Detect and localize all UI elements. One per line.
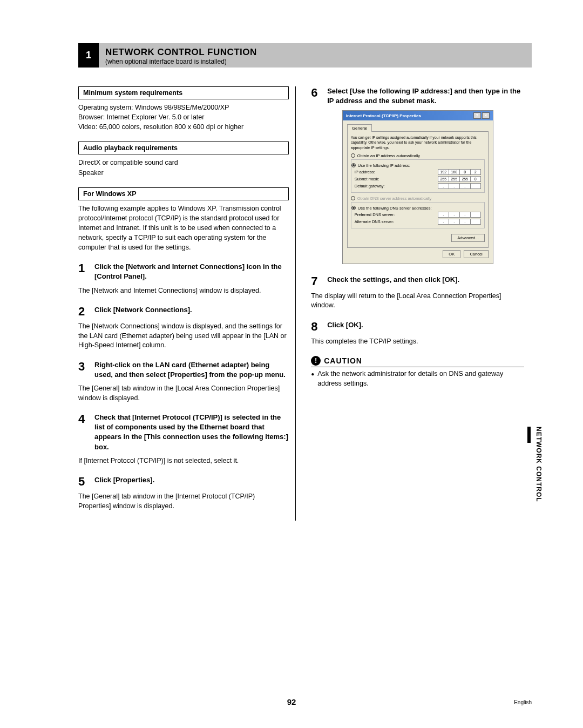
caution-icon: ! [311,356,321,366]
text-audio: DirectX or compatible sound card Speaker [78,158,289,177]
section-number: 1 [78,43,99,68]
step-7: 7 Check the settings, and then click [OK… [311,275,524,287]
step-5: 5 Click [Properties]. [78,475,289,488]
language-label: English [514,699,532,705]
gw-label: Default gateway: [355,184,385,188]
ok-button[interactable]: OK [443,250,460,258]
alt-dns-label: Alternate DNS server: [355,219,394,224]
caution-header: ! CAUTION [311,356,524,367]
cancel-button[interactable]: Cancel [464,250,488,258]
advanced-button[interactable]: Advanced... [451,234,485,242]
text-min-req: Operating system: Windows 98/98SE/Me/200… [78,103,289,132]
pref-dns-input[interactable]: ... [438,212,481,218]
heading-audio: Audio playback requirements [78,141,289,154]
dialog-description: You can get IP settings assigned automat… [351,135,485,150]
caution-body: ● Ask the network administrator for deta… [311,369,524,388]
tcpip-dialog: Internet Protocol (TCP/IP) Properties ? … [342,110,493,264]
radio-use-dns[interactable]: Use the following DNS server addresses: [351,206,481,211]
side-tab-label: NETWORK CONTROL [535,427,543,502]
step-1: 1 Click the [Network and Internet Connec… [78,262,289,281]
radio-auto-ip[interactable]: Obtain an IP address automatically [351,153,485,158]
page-number: 92 [287,697,296,706]
heading-min-req: Minimum system requirements [78,86,289,99]
step-8: 8 Click [OK]. [311,320,524,333]
step-3: 3 Right-click on the LAN card (Ethernet … [78,360,289,380]
step-2: 2 Click [Network Connections]. [78,305,289,318]
dialog-title-text: Internet Protocol (TCP/IP) Properties [346,113,421,118]
gw-input[interactable]: ... [438,183,481,189]
alt-dns-input[interactable]: ... [438,219,481,225]
step-6: 6 Select [Use the following IP address:]… [311,86,524,106]
radio-use-ip[interactable]: Use the following IP address: [351,163,481,168]
section-header: 1 NETWORK CONTROL FUNCTION (when optiona… [78,43,532,68]
heading-winxp: For Windows XP [78,187,289,200]
mask-label: Subnet mask: [355,177,379,181]
ip-input[interactable]: 192 168 0 2 [438,169,481,175]
close-icon[interactable]: × [482,112,490,119]
pref-dns-label: Preferred DNS server: [355,212,395,217]
tab-general[interactable]: General [347,124,372,132]
section-title: NETWORK CONTROL FUNCTION [105,47,257,58]
radio-auto-dns: Obtain DNS server address automatically [351,196,485,201]
ip-label: IP address: [355,170,375,174]
text-winxp: The following example applies to Windows… [78,204,289,253]
side-indicator [527,427,531,443]
mask-input[interactable]: 255 255 255 0 [438,176,481,182]
dialog-titlebar: Internet Protocol (TCP/IP) Properties ? … [343,111,493,120]
section-subtitle: (when optional interface board is instal… [105,58,257,65]
step-4: 4 Check that [Internet Protocol (TCP/IP)… [78,413,289,452]
help-icon[interactable]: ? [473,112,481,119]
